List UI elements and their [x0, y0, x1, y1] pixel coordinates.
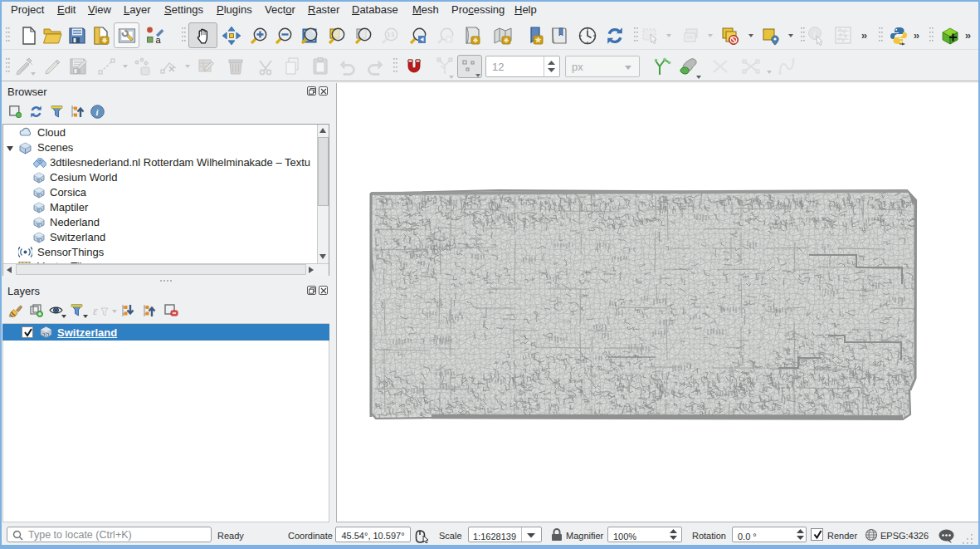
svg-text:i: i — [813, 28, 816, 38]
svg-text:1:1: 1:1 — [388, 32, 395, 37]
svg-text:a: a — [156, 35, 162, 45]
svg-text:ε: ε — [93, 305, 98, 317]
